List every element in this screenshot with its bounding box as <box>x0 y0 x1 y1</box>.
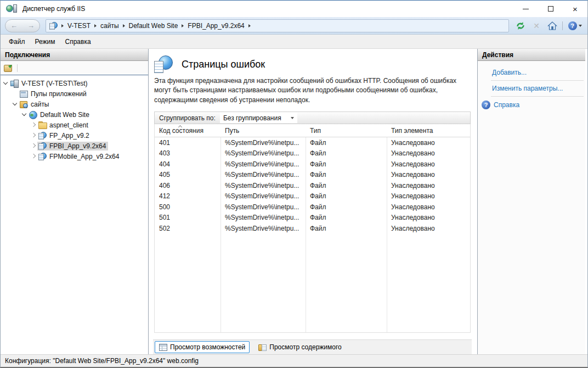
table-row[interactable]: 502 %SystemDrive%\inetpu... Файл Унаслед… <box>155 223 470 234</box>
table-row[interactable]: 500 %SystemDrive%\inetpu... Файл Унаслед… <box>155 202 470 213</box>
breadcrumb-arrow-icon[interactable] <box>182 24 184 27</box>
tree-item[interactable]: Default Web Site <box>1 109 148 120</box>
address-bar: ← → V-TESTсайтыDefault Web SiteFPBI_App_… <box>1 17 587 35</box>
breadcrumb-segment[interactable]: сайты <box>99 21 120 30</box>
table-row[interactable]: 405 %SystemDrive%\inetpu... Файл Унаслед… <box>155 170 470 181</box>
stop-button[interactable]: ✕ <box>530 20 542 31</box>
create-connection-icon[interactable] <box>4 64 13 72</box>
cell-type: Файл <box>306 192 387 200</box>
maximize-button[interactable] <box>538 1 563 17</box>
tree-chevron-icon[interactable] <box>31 143 37 149</box>
refresh-button[interactable] <box>514 20 527 31</box>
actions-list: Добавить... Изменить параметры... Справк… <box>478 61 585 111</box>
cell-status-code: 500 <box>155 203 220 211</box>
tree-chevron-icon[interactable] <box>3 80 9 86</box>
cell-entry-type: Унаследовано <box>387 214 470 221</box>
table-row[interactable]: 501 %SystemDrive%\inetpu... Файл Унаслед… <box>155 213 470 224</box>
column-header[interactable]: Тип элемента <box>387 124 470 137</box>
cell-status-code: 405 <box>155 171 220 179</box>
connections-header: Подключения <box>1 49 148 61</box>
help-menu-button[interactable]: ? <box>567 20 583 31</box>
column-header[interactable]: Тип <box>306 124 387 137</box>
menu-item[interactable]: Режим <box>30 35 60 49</box>
cell-type: Файл <box>306 214 387 221</box>
table-row[interactable]: 401 %SystemDrive%\inetpu... Файл Унаслед… <box>155 137 470 148</box>
tree-node-icon <box>38 153 47 160</box>
cell-path: %SystemDrive%\inetpu... <box>220 160 306 168</box>
cell-type: Файл <box>306 203 387 211</box>
table-row[interactable]: 404 %SystemDrive%\inetpu... Файл Унаслед… <box>155 159 470 170</box>
column-header[interactable]: Код состояния <box>155 124 220 137</box>
cell-status-code: 401 <box>155 139 220 147</box>
home-icon <box>547 21 557 30</box>
cell-path: %SystemDrive%\inetpu... <box>220 225 306 232</box>
tree-node-label: FPBI_App_v9.2x64 <box>49 142 106 150</box>
tree-chevron-icon[interactable] <box>12 91 18 97</box>
menu-item[interactable]: Файл <box>4 35 30 49</box>
tree-item[interactable]: Пулы приложений <box>1 88 148 99</box>
tree-node-icon <box>20 90 28 98</box>
tree-chevron-icon[interactable] <box>12 101 18 107</box>
tree-chevron-icon[interactable] <box>21 111 27 118</box>
cell-path: %SystemDrive%\inetpu... <box>220 214 306 221</box>
column-header[interactable]: Путь <box>220 124 306 137</box>
tree-node-icon <box>20 101 28 108</box>
group-by-label: Сгруппировать по: <box>159 114 216 122</box>
cell-status-code: 406 <box>155 182 220 189</box>
cell-entry-type: Унаследовано <box>387 149 470 157</box>
toolbar-divider <box>562 21 563 30</box>
tree-item[interactable]: V-TEST (V-TEST\Test) <box>1 78 148 88</box>
features-view-icon <box>159 344 167 351</box>
refresh-icon <box>516 21 525 30</box>
tree-item[interactable]: FP_App_v9.2 <box>1 130 148 141</box>
tree-item[interactable]: FPBI_App_v9.2x64 <box>1 141 148 151</box>
cell-entry-type: Унаследовано <box>387 225 470 232</box>
minimize-button[interactable] <box>513 1 538 17</box>
table-row[interactable]: 406 %SystemDrive%\inetpu... Файл Унаслед… <box>155 180 470 191</box>
breadcrumb-segment[interactable]: FPBI_App_v9.2x64 <box>186 21 245 30</box>
cell-type: Файл <box>306 182 387 189</box>
tree-node-label: FPMobile_App_v9.2x64 <box>49 153 119 160</box>
action-link[interactable]: Справка <box>478 98 585 111</box>
tree-chevron-icon[interactable] <box>31 153 37 159</box>
tree-item[interactable]: aspnet_client <box>1 120 148 130</box>
window-title: Диспетчер служб IIS <box>22 5 513 13</box>
close-icon: × <box>573 5 578 13</box>
breadcrumb-arrow-icon[interactable] <box>94 24 97 27</box>
breadcrumb-arrow-icon[interactable] <box>248 24 251 27</box>
error-pages-icon <box>154 55 173 73</box>
tree-item[interactable]: FPMobile_App_v9.2x64 <box>1 151 148 161</box>
view-tabs: Просмотр возможностей Просмотр содержимо… <box>153 339 472 354</box>
breadcrumb-segment[interactable]: Default Web Site <box>128 21 179 30</box>
column-divider <box>220 124 221 332</box>
cell-type: Файл <box>306 160 387 168</box>
breadcrumb-arrow-icon[interactable] <box>61 24 64 27</box>
tree-node-label: V-TEST (V-TEST\Test) <box>21 80 87 87</box>
action-link[interactable]: Изменить параметры... <box>478 82 585 94</box>
tree-item[interactable]: сайты <box>1 99 148 109</box>
table-body: 401 %SystemDrive%\inetpu... Файл Унаслед… <box>155 137 470 234</box>
connections-panel: Подключения V-TEST (V-TEST\Test) Пулы пр… <box>1 49 149 354</box>
action-link[interactable]: Добавить... <box>478 66 585 79</box>
breadcrumb-arrow-icon[interactable] <box>123 24 125 27</box>
tree-chevron-icon[interactable] <box>31 132 37 138</box>
breadcrumb-segment[interactable]: V-TEST <box>66 21 92 30</box>
table-header-row: Код состояния Путь Тип Тип элемента <box>155 124 470 137</box>
home-button[interactable] <box>546 20 558 31</box>
view-tab[interactable]: Просмотр содержимого <box>254 341 346 353</box>
feature-header: Страницы ошибок <box>154 55 472 73</box>
table-row[interactable]: 403 %SystemDrive%\inetpu... Файл Унаслед… <box>155 148 470 159</box>
group-by-dropdown[interactable]: Без группирования <box>220 113 297 123</box>
cell-type: Файл <box>306 139 387 147</box>
table-row[interactable]: 412 %SystemDrive%\inetpu... Файл Унаслед… <box>155 191 470 202</box>
forward-button[interactable]: → <box>27 21 35 30</box>
tree-chevron-icon[interactable] <box>31 122 37 128</box>
close-button[interactable]: × <box>563 1 587 17</box>
tree-node-label: Пулы приложений <box>31 90 87 98</box>
menu-item[interactable]: Справка <box>60 35 96 49</box>
address-breadcrumb-box[interactable]: V-TESTсайтыDefault Web SiteFPBI_App_v9.2… <box>46 19 509 32</box>
view-tab[interactable]: Просмотр возможностей <box>155 341 250 353</box>
cell-path: %SystemDrive%\inetpu... <box>220 182 306 189</box>
help-icon <box>482 101 490 109</box>
back-button[interactable]: ← <box>10 21 18 30</box>
